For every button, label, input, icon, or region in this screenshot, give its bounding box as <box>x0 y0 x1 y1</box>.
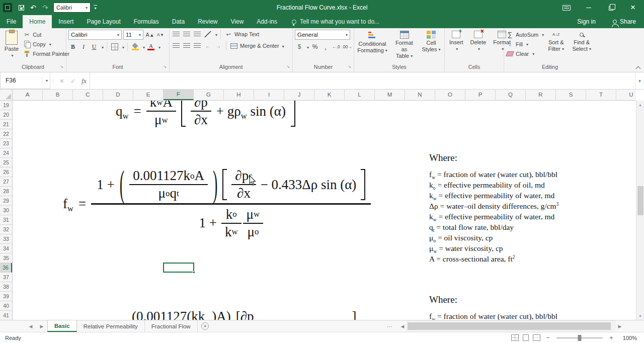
row-header-24[interactable]: 24 <box>0 148 12 158</box>
save-button[interactable] <box>15 2 27 14</box>
column-header-O[interactable]: O <box>435 90 465 100</box>
column-header-P[interactable]: P <box>465 90 496 100</box>
vertical-scrollbar[interactable]: ▴ ▾ <box>636 101 644 320</box>
qat-font-select[interactable]: Calibri <box>53 3 91 13</box>
increase-font-size-button[interactable] <box>145 30 154 39</box>
share-button[interactable]: Share <box>605 18 644 25</box>
font-dialog-launcher[interactable] <box>163 63 167 70</box>
row-header-37[interactable]: 37 <box>0 273 12 282</box>
decrease-font-size-button[interactable] <box>155 30 165 39</box>
column-header-B[interactable]: B <box>43 90 73 100</box>
horizontal-scroll-track[interactable] <box>407 320 616 332</box>
bold-button[interactable]: B <box>68 42 77 51</box>
redo-button[interactable]: ↷ <box>39 2 51 14</box>
find-select-button[interactable]: Find & Select <box>570 30 594 63</box>
ribbon-tab-view[interactable]: View <box>224 15 251 28</box>
font-color-button[interactable] <box>146 42 155 51</box>
column-header-T[interactable]: T <box>586 90 616 100</box>
row-header-22[interactable]: 22 <box>0 129 12 139</box>
row-header-20[interactable]: 20 <box>0 110 12 120</box>
column-header-F[interactable]: F <box>164 90 194 100</box>
row-header-34[interactable]: 34 <box>0 244 12 253</box>
paste-button[interactable]: Paste <box>2 30 21 63</box>
selected-cell-F36[interactable] <box>163 263 194 273</box>
align-left-button[interactable] <box>172 41 181 50</box>
underline-button[interactable]: U <box>90 42 99 51</box>
sheet-nav-left[interactable]: ◀ <box>25 320 36 332</box>
column-header-E[interactable]: E <box>133 90 164 100</box>
ribbon-tab-add-ins[interactable]: Add-ins <box>250 15 284 28</box>
vertical-scroll-thumb[interactable] <box>637 186 643 215</box>
conditional-formatting-button[interactable]: Conditional Formatting <box>356 30 388 63</box>
cut-button[interactable]: Cut <box>23 31 69 38</box>
align-bottom-button[interactable] <box>193 30 202 39</box>
page-break-view-button[interactable] <box>533 334 540 341</box>
expand-formula-bar-button[interactable] <box>635 72 644 89</box>
cell-styles-button[interactable]: Cell Styles <box>420 30 442 63</box>
increase-decimal-button[interactable] <box>332 42 341 51</box>
column-header-R[interactable]: R <box>526 90 556 100</box>
close-button[interactable] <box>622 0 644 15</box>
sheet-tab-basic[interactable]: Basic <box>47 320 77 332</box>
number-format-select[interactable]: General <box>295 30 350 40</box>
horizontal-scrollbar[interactable]: ◀ ▶ <box>398 320 624 332</box>
row-header-29[interactable]: 29 <box>0 196 12 206</box>
orientation-button[interactable] <box>203 30 212 39</box>
row-header-40[interactable]: 40 <box>0 301 12 311</box>
ribbon-tab-formulas[interactable]: Formulas <box>127 15 166 28</box>
minimize-button[interactable] <box>578 0 600 15</box>
tell-me-box[interactable]: Tell me what you want to do... <box>292 15 379 28</box>
accounting-format-button[interactable] <box>295 42 304 51</box>
zoom-slider[interactable] <box>556 337 603 338</box>
name-box[interactable]: F36 <box>0 72 50 89</box>
excel-app-icon[interactable] <box>3 3 12 12</box>
horizontal-scroll-thumb[interactable] <box>408 322 611 330</box>
column-header-K[interactable]: K <box>314 90 345 100</box>
merge-center-button[interactable] <box>229 41 238 50</box>
number-dialog-launcher[interactable] <box>348 63 351 70</box>
column-header-U[interactable]: U <box>616 90 636 100</box>
row-header-25[interactable]: 25 <box>0 158 12 167</box>
clipboard-dialog-launcher[interactable] <box>60 63 63 70</box>
merge-center-label[interactable]: Merge & Center <box>240 43 279 49</box>
insert-function-button[interactable]: fx <box>78 72 90 89</box>
decrease-indent-button[interactable] <box>203 41 212 50</box>
column-header-S[interactable]: S <box>556 90 586 100</box>
normal-view-button[interactable] <box>511 334 519 341</box>
fill-button[interactable]: Fill <box>506 40 542 48</box>
ribbon-tab-insert[interactable]: Insert <box>52 15 80 28</box>
font-size-select[interactable]: 11 <box>123 30 143 40</box>
borders-button[interactable] <box>110 42 119 51</box>
row-header-32[interactable]: 32 <box>0 225 12 234</box>
collapse-ribbon-button[interactable] <box>636 65 640 69</box>
decrease-decimal-button[interactable] <box>342 42 352 51</box>
enter-formula-button[interactable] <box>67 72 78 89</box>
copy-button[interactable]: Copy <box>23 40 69 48</box>
scroll-left-arrow[interactable]: ◀ <box>398 320 407 332</box>
column-header-J[interactable]: J <box>284 90 314 100</box>
sheet-tab-fractional-flow[interactable]: Fractional Flow <box>145 320 198 332</box>
percent-style-button[interactable] <box>310 42 319 51</box>
sheet-nav-right[interactable]: ▶ <box>36 320 47 332</box>
row-header-23[interactable]: 23 <box>0 139 12 148</box>
sign-in-link[interactable]: Sign in <box>568 18 605 25</box>
sheet-canvas[interactable]: qw = kwA μw ∂p ∂x + gρw sin (α) fw = <box>13 101 636 320</box>
column-header-G[interactable]: G <box>194 90 224 100</box>
cancel-formula-button[interactable] <box>56 72 67 89</box>
wrap-text-button[interactable] <box>224 30 233 39</box>
zoom-slider-thumb[interactable] <box>578 335 582 341</box>
align-top-button[interactable] <box>172 30 181 39</box>
row-header-35[interactable]: 35 <box>0 253 12 263</box>
column-header-L[interactable]: L <box>345 90 375 100</box>
delete-cells-button[interactable]: Delete <box>468 30 489 63</box>
ribbon-tab-page-layout[interactable]: Page Layout <box>80 15 127 28</box>
scroll-right-arrow[interactable]: ▶ <box>616 320 624 332</box>
sort-filter-button[interactable]: Sort & Filter <box>544 30 568 63</box>
clear-button[interactable]: Clear <box>506 50 542 57</box>
column-header-D[interactable]: D <box>103 90 133 100</box>
ribbon-tab-data[interactable]: Data <box>166 15 191 28</box>
column-header-H[interactable]: H <box>224 90 254 100</box>
customize-qat-button[interactable] <box>94 5 97 11</box>
new-sheet-button[interactable]: + <box>198 320 213 332</box>
column-header-I[interactable]: I <box>254 90 284 100</box>
